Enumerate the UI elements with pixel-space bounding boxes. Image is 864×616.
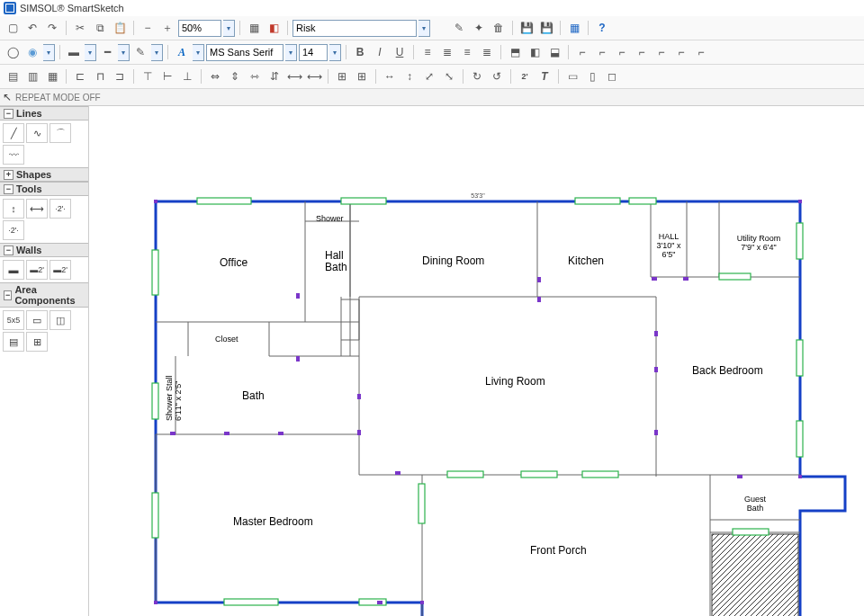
snap1-icon[interactable]: ⊞ bbox=[333, 67, 351, 85]
layer2-icon[interactable]: ▥ bbox=[23, 67, 41, 85]
arc-tool[interactable]: ⌒ bbox=[50, 123, 71, 143]
align-b-icon[interactable]: ⊥ bbox=[178, 67, 196, 85]
align-l-icon[interactable]: ⊏ bbox=[71, 67, 89, 85]
wand-icon[interactable]: ✦ bbox=[470, 19, 488, 37]
dimension-tool[interactable]: ↕ bbox=[3, 199, 24, 219]
layer-icon[interactable]: ▤ bbox=[4, 67, 22, 85]
sizesame-icon[interactable]: ▭ bbox=[563, 67, 581, 85]
font-family-drop[interactable]: ▾ bbox=[285, 44, 297, 61]
linecolor-drop[interactable]: ▾ bbox=[151, 44, 163, 61]
cat-lines-header[interactable]: −Lines bbox=[0, 106, 88, 121]
align4-icon[interactable]: ⌐ bbox=[633, 43, 651, 61]
space2-icon[interactable]: ↕ bbox=[400, 67, 418, 85]
linestyle-icon[interactable]: ▬ bbox=[65, 43, 83, 61]
align5-icon[interactable]: ⌐ bbox=[652, 43, 670, 61]
zoom-out-icon[interactable]: − bbox=[139, 19, 157, 37]
curve-tool[interactable]: 〰 bbox=[3, 145, 24, 165]
fontcolor-drop[interactable]: ▾ bbox=[193, 44, 204, 61]
bold-icon[interactable]: B bbox=[351, 43, 369, 61]
lineweight-icon[interactable]: ━ bbox=[98, 43, 116, 61]
label2b-tool[interactable]: ·2'· bbox=[3, 220, 24, 240]
rot1-icon[interactable]: ↻ bbox=[468, 67, 486, 85]
polyline-tool[interactable]: ∿ bbox=[26, 123, 48, 143]
font-size-drop[interactable]: ▾ bbox=[329, 44, 341, 61]
text-icon[interactable]: T bbox=[536, 67, 554, 85]
valign-b-icon[interactable]: ◧ bbox=[526, 43, 544, 61]
tape-tool[interactable]: ⟷ bbox=[26, 199, 48, 219]
search-field[interactable] bbox=[292, 20, 417, 37]
font-size-field[interactable] bbox=[299, 44, 328, 61]
label2-tool[interactable]: ·2'· bbox=[50, 199, 71, 219]
layer3-icon[interactable]: ▦ bbox=[43, 67, 61, 85]
search-dropdown[interactable]: ▾ bbox=[418, 20, 430, 37]
wall-dim2-tool[interactable]: ▬2' bbox=[50, 260, 71, 280]
align-t-icon[interactable]: ⊤ bbox=[139, 67, 157, 85]
align-left-icon[interactable]: ≡ bbox=[418, 43, 436, 61]
valign-c-icon[interactable]: ⬓ bbox=[545, 43, 563, 61]
linestyle-drop[interactable]: ▾ bbox=[85, 44, 96, 61]
fill2-icon[interactable]: ◉ bbox=[23, 43, 41, 61]
area5x5-tool[interactable]: 5x5 bbox=[3, 310, 24, 330]
align2-icon[interactable]: ⌐ bbox=[593, 43, 611, 61]
tool-icon-b[interactable]: ◧ bbox=[265, 19, 283, 37]
align-just-icon[interactable]: ≣ bbox=[478, 43, 496, 61]
floorplan-drawing[interactable]: 53'3" Office Shower HallBath Dining Room… bbox=[89, 106, 863, 616]
sizesame3-icon[interactable]: ◻ bbox=[603, 67, 621, 85]
undo-icon[interactable]: ↶ bbox=[23, 19, 41, 37]
align-m-icon[interactable]: ⊢ bbox=[158, 67, 176, 85]
align3-icon[interactable]: ⌐ bbox=[613, 43, 631, 61]
save-as-icon[interactable]: 💾 bbox=[537, 19, 555, 37]
align-right-icon[interactable]: ≡ bbox=[458, 43, 476, 61]
sizesame2-icon[interactable]: ▯ bbox=[583, 67, 601, 85]
fill-drop[interactable]: ▾ bbox=[43, 44, 55, 61]
save-icon[interactable]: 💾 bbox=[518, 19, 536, 37]
cat-shapes-header[interactable]: +Shapes bbox=[0, 167, 88, 182]
zoom-in-icon[interactable]: ＋ bbox=[158, 19, 176, 37]
dist-h-icon[interactable]: ⇔ bbox=[206, 67, 224, 85]
edit-icon[interactable]: ✎ bbox=[450, 19, 468, 37]
fontcolor-icon[interactable]: A bbox=[173, 43, 191, 61]
line-tool[interactable]: ╱ bbox=[3, 123, 24, 143]
zoom-field[interactable] bbox=[178, 20, 221, 37]
linecolor-icon[interactable]: ✎ bbox=[131, 43, 149, 61]
zoom-dropdown[interactable]: ▾ bbox=[223, 20, 235, 37]
area-room-tool[interactable]: ▭ bbox=[26, 310, 48, 330]
cursor-icon[interactable]: ↖ bbox=[3, 91, 12, 103]
canvas-area[interactable]: 53'3" Office Shower HallBath Dining Room… bbox=[89, 106, 864, 616]
dist-h3-icon[interactable]: ⟷ bbox=[285, 67, 303, 85]
lineweight-drop[interactable]: ▾ bbox=[118, 44, 130, 61]
align7-icon[interactable]: ⌐ bbox=[692, 43, 710, 61]
area-stairs-tool[interactable]: ▤ bbox=[3, 332, 24, 352]
cat-walls-header[interactable]: −Walls bbox=[0, 243, 88, 257]
redo-icon[interactable]: ↷ bbox=[43, 19, 61, 37]
align-center-icon[interactable]: ≣ bbox=[438, 43, 456, 61]
help-icon[interactable]: ? bbox=[593, 19, 611, 37]
space1-icon[interactable]: ↔ bbox=[381, 67, 399, 85]
align6-icon[interactable]: ⌐ bbox=[672, 43, 690, 61]
underline-icon[interactable]: U bbox=[391, 43, 409, 61]
font-family-field[interactable] bbox=[206, 44, 284, 61]
new-icon[interactable]: ▢ bbox=[4, 19, 22, 37]
cat-area-header[interactable]: −Area Components bbox=[0, 282, 88, 308]
wall-thin-tool[interactable]: ▬ bbox=[3, 260, 24, 280]
area-grid-tool[interactable]: ⊞ bbox=[26, 332, 48, 352]
dist-v2-icon[interactable]: ⇵ bbox=[266, 67, 284, 85]
dist-h2-icon[interactable]: ⇿ bbox=[246, 67, 264, 85]
snap2-icon[interactable]: ⊞ bbox=[353, 67, 371, 85]
align-c-icon[interactable]: ⊓ bbox=[91, 67, 109, 85]
area-door-tool[interactable]: ◫ bbox=[50, 310, 71, 330]
tool-icon-a[interactable]: ▦ bbox=[245, 19, 263, 37]
space3-icon[interactable]: ⤢ bbox=[420, 67, 438, 85]
align1-icon[interactable]: ⌐ bbox=[573, 43, 591, 61]
valign-a-icon[interactable]: ⬒ bbox=[506, 43, 524, 61]
dist-v-icon[interactable]: ⇕ bbox=[226, 67, 244, 85]
italic-icon[interactable]: I bbox=[371, 43, 389, 61]
copy-icon[interactable]: ⧉ bbox=[91, 19, 109, 37]
cut-icon[interactable]: ✂ bbox=[71, 19, 89, 37]
trash-icon[interactable]: 🗑 bbox=[490, 19, 508, 37]
rot2-icon[interactable]: ↺ bbox=[488, 67, 506, 85]
align-r-icon[interactable]: ⊐ bbox=[111, 67, 129, 85]
cat-tools-header[interactable]: −Tools bbox=[0, 182, 88, 196]
fill-icon[interactable]: ◯ bbox=[4, 43, 22, 61]
grid-icon[interactable]: ▦ bbox=[565, 19, 583, 37]
